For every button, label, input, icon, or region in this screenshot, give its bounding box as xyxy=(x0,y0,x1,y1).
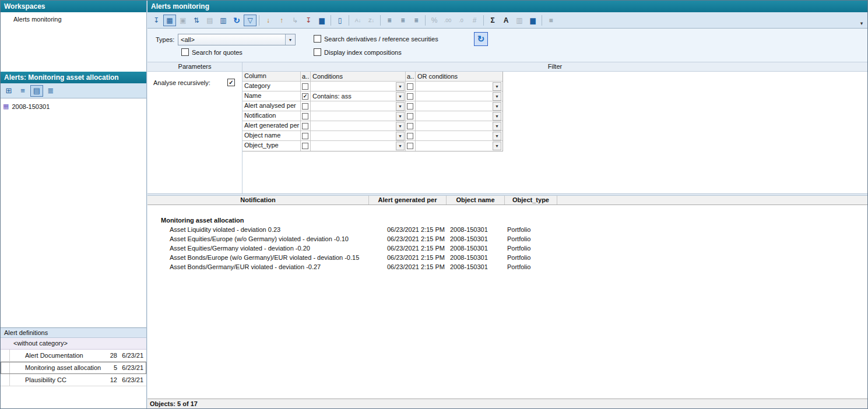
object-name-column-header[interactable]: Object name xyxy=(447,196,505,204)
search-quotes-checkbox[interactable]: Search for quotes xyxy=(181,48,243,56)
alert-category-row[interactable]: <without category> xyxy=(1,338,146,350)
or-active-checkbox[interactable] xyxy=(407,103,413,110)
chevron-down-icon[interactable]: ▼ xyxy=(396,112,405,121)
detail-view-icon[interactable]: ≡ xyxy=(16,85,29,97)
condition-active-checkbox[interactable]: ✓ xyxy=(302,93,308,100)
align-right-icon[interactable]: ≡ xyxy=(410,15,423,26)
refresh-icon[interactable]: ↻ xyxy=(230,15,243,26)
columns-icon[interactable]: ▥ xyxy=(513,15,526,26)
display-index-compositions-checkbox[interactable]: Display index compositions xyxy=(314,48,402,56)
condition-active-checkbox[interactable] xyxy=(302,113,308,119)
font-icon[interactable]: A xyxy=(500,15,512,26)
chevron-down-icon[interactable]: ▼ xyxy=(396,132,405,140)
add-decimal-icon[interactable]: .00 xyxy=(441,15,454,26)
result-row[interactable]: Asset Equities/Europe (w/o Germany) viol… xyxy=(147,234,867,244)
chevron-down-icon[interactable]: ▾ xyxy=(285,34,295,45)
result-generated-per: 06/23/2021 2:15 PM xyxy=(369,225,447,234)
alert-definition-count: 28 xyxy=(102,352,117,359)
or-active-checkbox[interactable] xyxy=(407,143,413,149)
toolbar-separator xyxy=(380,15,381,26)
notification-column-header[interactable]: Notification xyxy=(147,196,369,204)
toolbar-overflow-icon[interactable]: ▾ xyxy=(858,20,865,26)
filter-icon[interactable]: ▽ xyxy=(244,15,256,26)
analysis-settings-icon[interactable]: ▦ xyxy=(163,15,176,26)
sort-ascending-icon[interactable]: A↓ xyxy=(352,15,364,26)
chevron-down-icon[interactable]: ▼ xyxy=(396,82,405,91)
analyse-recursively-checkbox[interactable]: ✓ xyxy=(227,79,235,86)
chevron-down-icon[interactable]: ▼ xyxy=(493,142,501,150)
condition-active-checkbox[interactable] xyxy=(302,123,308,129)
tree-view-icon[interactable]: ⊞ xyxy=(2,85,15,97)
main-title: Alerts monitoring xyxy=(147,1,867,12)
results-group-header[interactable]: Monitoring asset allocation xyxy=(147,216,867,225)
jump-prev-icon[interactable]: ↑ xyxy=(275,15,288,26)
condition-row: Alert generated per ▼ ▼ xyxy=(243,121,502,131)
alert-definition-count: 5 xyxy=(102,364,117,371)
alert-generated-per-column-header[interactable]: Alert generated per xyxy=(369,196,447,204)
align-center-icon[interactable]: ≡ xyxy=(396,15,409,26)
condition-row: Object name ▼ ▼ xyxy=(243,131,502,141)
chevron-down-icon[interactable]: ▼ xyxy=(493,82,501,91)
chevron-down-icon[interactable]: ▼ xyxy=(396,122,405,131)
result-row[interactable]: Asset Bonds/Germany/EUR violated - devia… xyxy=(147,262,867,272)
print-list-icon[interactable]: ▤ xyxy=(30,85,43,97)
chevron-down-icon[interactable]: ▼ xyxy=(493,112,501,121)
workspace-item-alerts-monitoring[interactable]: Alerts monitoring xyxy=(1,12,146,25)
result-row[interactable]: Asset Liquidity violated - deviation 0.2… xyxy=(147,225,867,234)
alert-definition-row[interactable]: Monitoring asset allocation 5 6/23/21 xyxy=(1,362,146,374)
chevron-down-icon[interactable]: ▼ xyxy=(493,132,501,140)
condition-active-checkbox[interactable] xyxy=(302,83,308,90)
or-active-checkbox[interactable] xyxy=(407,83,413,90)
substep-icon[interactable]: ↳ xyxy=(289,15,301,26)
number-format-icon[interactable]: # xyxy=(468,15,481,26)
or-active-checkbox[interactable] xyxy=(407,123,413,129)
or-active-checkbox[interactable] xyxy=(407,93,413,100)
fit-rows-icon[interactable]: ⇅ xyxy=(190,15,203,26)
period-icon[interactable]: ▥ xyxy=(217,15,230,26)
execute-search-button[interactable]: ↻ xyxy=(474,32,488,46)
calendar-icon[interactable]: ▤ xyxy=(203,15,216,26)
chevron-down-icon[interactable]: ▼ xyxy=(493,92,501,101)
chart-icon[interactable]: ▆ xyxy=(526,15,539,26)
stop-icon[interactable]: ■ xyxy=(544,15,557,26)
result-object-type: Portfolio xyxy=(505,234,557,244)
alert-definition-row[interactable]: Alert Documentation 28 6/23/21 xyxy=(1,350,146,362)
or-active-checkbox[interactable] xyxy=(407,133,413,139)
workspaces-title: Workspaces xyxy=(1,1,146,12)
result-row[interactable]: Asset Bonds/Europe (w/o Germany)/EUR vio… xyxy=(147,253,867,262)
types-select[interactable]: <all> ▾ xyxy=(178,34,296,45)
checkbox-box xyxy=(314,48,321,56)
alert-definition-row[interactable]: Plausibility CC 12 6/23/21 xyxy=(1,374,146,386)
copy-icon[interactable]: ▣ xyxy=(177,15,189,26)
monitor-toolbar: ⊞ ≡ ▤ ≣ xyxy=(1,83,146,98)
percent-icon[interactable]: % xyxy=(428,15,441,26)
chevron-down-icon[interactable]: ▼ xyxy=(396,92,405,101)
chevron-down-icon[interactable]: ▼ xyxy=(493,102,501,111)
condition-active-checkbox[interactable] xyxy=(302,143,308,149)
chevron-down-icon[interactable]: ▼ xyxy=(493,122,501,131)
chevron-down-icon[interactable]: ▼ xyxy=(396,102,405,111)
types-label: Types: xyxy=(156,36,174,43)
search-derivatives-checkbox[interactable]: Search derivatives / reference securitie… xyxy=(314,35,438,43)
tree-item-portfolio[interactable]: ▦ 2008-150301 xyxy=(1,101,146,111)
condition-grid-header: Column a.. Conditions a.. OR conditions xyxy=(243,72,502,82)
condition-row: Notification ▼ ▼ xyxy=(243,111,502,121)
aggregate-icon[interactable]: ↧ xyxy=(302,15,315,26)
monitor-panel-title: Alerts: Monitoring asset allocation xyxy=(1,72,146,83)
condition-active-checkbox[interactable] xyxy=(302,103,308,110)
remove-decimal-icon[interactable]: .0 xyxy=(455,15,468,26)
result-row[interactable]: Asset Equities/Germany violated - deviat… xyxy=(147,244,867,253)
or-active-checkbox[interactable] xyxy=(407,113,413,119)
sum-icon[interactable]: Σ xyxy=(486,15,499,26)
condition-active-checkbox[interactable] xyxy=(302,133,308,139)
import-icon[interactable]: ↧ xyxy=(150,15,163,26)
distribution-icon[interactable]: ▆ xyxy=(315,15,328,26)
jump-next-icon[interactable]: ↓ xyxy=(262,15,275,26)
result-notification: Asset Liquidity violated - deviation 0.2… xyxy=(147,225,369,234)
object-type-column-header[interactable]: Object_type xyxy=(505,196,557,204)
chevron-down-icon[interactable]: ▼ xyxy=(396,142,405,150)
layout-settings-icon[interactable]: ≣ xyxy=(44,85,57,97)
align-left-icon[interactable]: ≡ xyxy=(383,15,396,26)
protocol-icon[interactable]: ▯ xyxy=(333,15,346,26)
sort-descending-icon[interactable]: Z↓ xyxy=(365,15,378,26)
